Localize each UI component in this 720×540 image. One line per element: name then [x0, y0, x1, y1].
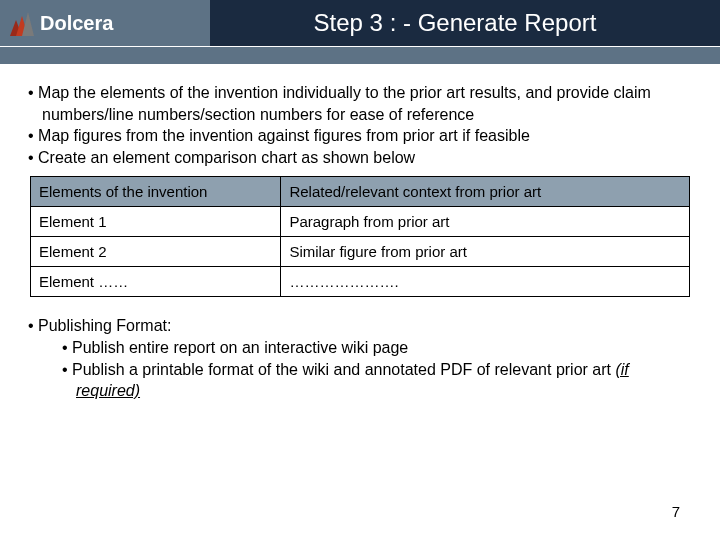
publishing-item-text: Publish a printable format of the wiki a…: [72, 361, 615, 378]
slide-content: Map the elements of the invention indivi…: [0, 64, 720, 402]
bullet-item: Map the elements of the invention indivi…: [28, 82, 692, 125]
page-number: 7: [672, 503, 680, 520]
header-bar: Dolcera Step 3 : - Generate Report: [0, 0, 720, 46]
sub-header-bar: [0, 46, 720, 64]
bullet-item: Map figures from the invention against f…: [28, 125, 692, 147]
table-header-cell: Elements of the invention: [31, 177, 281, 207]
table-cell: Element ……: [31, 267, 281, 297]
table-row: Element 1 Paragraph from prior art: [31, 207, 690, 237]
comparison-table: Elements of the invention Related/releva…: [30, 176, 690, 297]
publishing-item: Publish a printable format of the wiki a…: [28, 359, 692, 402]
bullet-item: Create an element comparison chart as sh…: [28, 147, 692, 169]
table-cell: Element 1: [31, 207, 281, 237]
table-header-row: Elements of the invention Related/releva…: [31, 177, 690, 207]
publishing-heading: Publishing Format:: [28, 315, 692, 337]
table-cell: Element 2: [31, 237, 281, 267]
table-cell: ………………….: [281, 267, 690, 297]
brand-logo: Dolcera: [0, 0, 210, 46]
dolcera-logo-icon: Dolcera: [6, 8, 166, 38]
table-cell: Paragraph from prior art: [281, 207, 690, 237]
table-row: Element …… ………………….: [31, 267, 690, 297]
svg-text:Dolcera: Dolcera: [40, 12, 114, 34]
main-bullets: Map the elements of the invention indivi…: [28, 82, 692, 168]
table-cell: Similar figure from prior art: [281, 237, 690, 267]
table-row: Element 2 Similar figure from prior art: [31, 237, 690, 267]
publishing-section: Publishing Format: Publish entire report…: [28, 315, 692, 401]
page-title: Step 3 : - Generate Report: [210, 9, 720, 37]
table-header-cell: Related/relevant context from prior art: [281, 177, 690, 207]
publishing-item: Publish entire report on an interactive …: [28, 337, 692, 359]
